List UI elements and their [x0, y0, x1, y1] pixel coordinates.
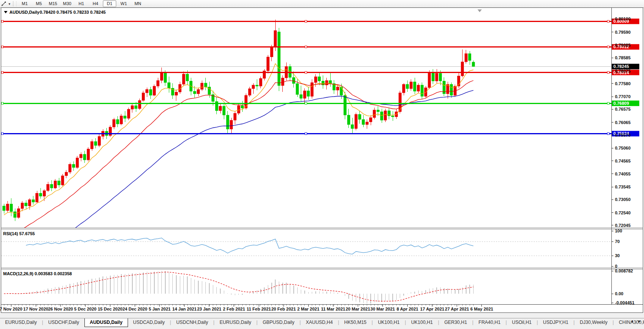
line-drag-handle[interactable] [607, 71, 609, 73]
tab-scroll-left-icon[interactable]: ◄ [629, 319, 635, 323]
candle-body [219, 106, 222, 111]
candle-body [278, 32, 280, 86]
chart-tab-8-hk50-m15[interactable]: HK50,M15 [339, 318, 372, 326]
candle-body [472, 62, 475, 66]
candle-body [6, 204, 9, 210]
candle-body [109, 127, 112, 136]
line-drag-handle[interactable] [2, 133, 4, 135]
candle-body [237, 106, 240, 113]
candle-body [25, 203, 27, 206]
candle-body [358, 114, 361, 119]
candle-body [80, 154, 82, 158]
candle-body [421, 85, 423, 97]
line-drag-handle[interactable] [2, 71, 4, 73]
chart-tab-0-eurusd-daily[interactable]: EURUSD,Daily [0, 318, 42, 326]
line-drag-handle[interactable] [305, 102, 307, 104]
candle-body [47, 184, 49, 190]
candle-body [168, 82, 170, 88]
candle-body [381, 112, 383, 121]
chart-ohlc-values: 0.78420 0.78475 0.78233 0.78245 [40, 10, 106, 15]
candle-body [465, 54, 467, 62]
line-drag-handle[interactable] [305, 46, 307, 48]
candle-body [204, 83, 207, 87]
line-drag-handle[interactable] [2, 46, 4, 48]
candle-body [377, 110, 379, 112]
rsi-indicator-label: RSI(14) 57.6755 [3, 231, 35, 236]
macd-indicator-label: MACD(12,26,9) 0.003583 0.002358 [3, 271, 72, 276]
trading-terminal-window: ▾ M1M5M15M30H1H4D1W1MN 0.800090.790120.7… [0, 0, 644, 329]
line-drag-handle[interactable] [607, 46, 609, 48]
candle-body [28, 199, 31, 206]
candle-body [366, 122, 368, 125]
candle-body [300, 95, 302, 99]
candle-body [113, 119, 115, 127]
chart-canvas[interactable]: 0.800090.790120.780140.768090.756240.801… [0, 0, 644, 313]
candle-body [314, 77, 317, 82]
line-drag-handle[interactable] [305, 133, 307, 135]
line-drag-handle[interactable] [607, 102, 609, 104]
candle-body [32, 199, 35, 202]
candle-body [69, 164, 71, 172]
chart-tab-5-eurusd-daily[interactable]: EURUSD,Daily [214, 318, 256, 326]
date-axis-drag-zone[interactable] [1, 305, 611, 313]
chart-tab-15-dj30-weekly[interactable]: DJ30,Weekly [574, 318, 612, 326]
candle-body [21, 203, 24, 208]
chart-title: AUDUSD,Daily [9, 10, 40, 15]
candle-body [402, 84, 405, 93]
candle-body [182, 74, 185, 84]
chart-tab-1-usdchf-daily[interactable]: USDCHF,Daily [43, 318, 84, 326]
chart-tab-3-usdcad-daily[interactable]: USDCAD,Daily [128, 318, 170, 326]
line-drag-handle[interactable] [305, 20, 307, 22]
candle-body [292, 77, 295, 84]
candle-body [274, 31, 277, 47]
candle-body [362, 119, 365, 124]
candle-body [76, 158, 79, 168]
chart-tab-6-gbpusd-daily[interactable]: GBPUSD,Daily [258, 318, 300, 326]
candle-body [428, 73, 431, 88]
candle-body [384, 111, 387, 120]
chart-tab-2-audusd-daily[interactable]: AUDUSD,Daily [84, 318, 128, 327]
chart-tab-12-fra40-h1[interactable]: FRA40,H1 [474, 318, 506, 326]
line-drag-handle[interactable] [305, 71, 307, 73]
line-drag-handle[interactable] [2, 20, 4, 22]
candle-body [248, 89, 251, 95]
line-drag-handle[interactable] [2, 102, 4, 104]
chart-tab-4-usdcnh-daily[interactable]: USDCNH,Daily [171, 318, 213, 326]
tab-scroll-right-icon[interactable]: ► [636, 319, 643, 323]
candle-body [3, 206, 5, 211]
candle-body [410, 82, 412, 89]
candle-body [296, 84, 299, 95]
candle-body [120, 116, 123, 124]
candle-body [259, 79, 262, 86]
tab-scroll-arrows: ◄ ► [629, 319, 643, 323]
candle-body [50, 184, 53, 188]
chart-tab-11-ger30-h1[interactable]: GER30,H1 [439, 318, 472, 326]
candle-body [417, 85, 420, 91]
candle-body [234, 113, 236, 121]
candle-body [392, 116, 394, 117]
candle-body [10, 204, 13, 212]
candle-body [351, 124, 354, 128]
chart-tab-strip: EURUSD,Daily|USDCHF,DailyAUDUSD,DailyUSD… [0, 318, 644, 329]
candle-body [61, 176, 64, 185]
candle-body [344, 95, 346, 115]
candle-body [241, 106, 244, 108]
candle-body [98, 136, 101, 145]
candle-body [135, 106, 137, 109]
candle-body [160, 73, 163, 80]
line-drag-handle[interactable] [607, 133, 609, 135]
candle-body [186, 74, 189, 81]
chart-tab-13-usoil-h1[interactable]: USOil,H1 [507, 318, 537, 326]
candle-body [153, 86, 156, 95]
chart-tab-14-usdjpy-h1[interactable]: USDJPY,H1 [538, 318, 573, 326]
chart-tab-10-uk100-h1[interactable]: UK100,H1 [406, 318, 438, 326]
chart-tab-7-xauusd-h4[interactable]: XAUUSD,H4 [301, 318, 338, 326]
candle-body [142, 93, 145, 101]
candle-body [149, 90, 152, 95]
candle-body [65, 172, 68, 176]
line-drag-handle[interactable] [607, 20, 609, 22]
price-axis-drag-zone[interactable] [611, 8, 644, 304]
candle-body [39, 193, 42, 196]
candle-body [468, 54, 471, 61]
chart-tab-9-uk100-h1[interactable]: UK100,H1 [373, 318, 404, 326]
